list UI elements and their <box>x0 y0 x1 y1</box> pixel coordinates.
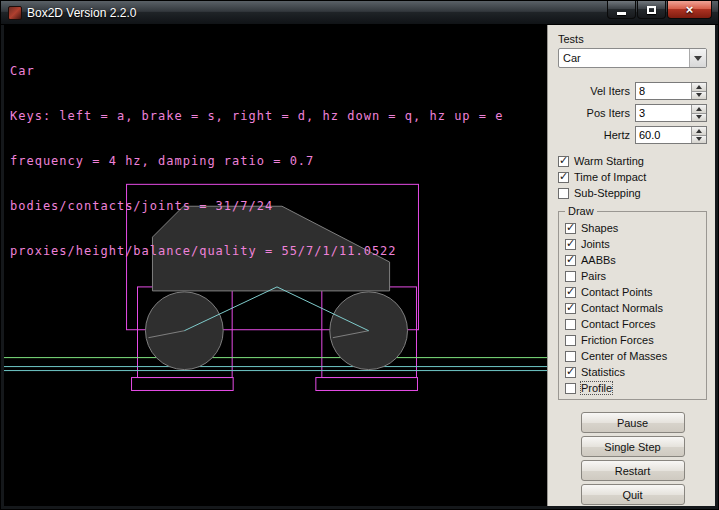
arrow-down-icon <box>696 137 702 141</box>
app-icon <box>8 6 22 20</box>
checkbox-box[interactable] <box>565 351 576 362</box>
checkbox-label: Pairs <box>581 270 606 282</box>
pause-button[interactable]: Pause <box>581 412 685 433</box>
checkbox-label: Center of Masses <box>581 350 667 362</box>
arrow-down-icon <box>696 93 702 97</box>
checkbox-statistics[interactable]: Statistics <box>565 364 702 380</box>
stats-line: Keys: left = a, brake = s, right = d, hz… <box>10 109 503 124</box>
debug-stats-text: Car Keys: left = a, brake = s, right = d… <box>10 34 503 289</box>
checkbox-box[interactable] <box>565 271 576 282</box>
title-bar[interactable]: Box2D Version 2.2.0 × <box>1 1 718 25</box>
checkbox-aabbs[interactable]: AABBs <box>565 252 702 268</box>
checkbox-contact-normals[interactable]: Contact Normals <box>565 300 702 316</box>
single-step-button[interactable]: Single Step <box>581 436 685 457</box>
pos-iters-up-button[interactable] <box>692 105 706 114</box>
pos-iters-input[interactable] <box>636 105 691 121</box>
checkbox-box[interactable] <box>558 172 569 183</box>
checkbox-box[interactable] <box>565 223 576 234</box>
checkbox-label: Profile <box>581 382 612 394</box>
vel-iters-row: Vel Iters <box>558 82 707 100</box>
checkbox-warm-starting[interactable]: Warm Starting <box>558 153 707 169</box>
checkbox-profile[interactable]: Profile <box>565 380 702 396</box>
vel-iters-down-button[interactable] <box>692 92 706 100</box>
hertz-down-button[interactable] <box>692 136 706 144</box>
draw-group-title: Draw <box>565 205 597 217</box>
checkbox-sub-stepping[interactable]: Sub-Stepping <box>558 185 707 201</box>
pos-iters-row: Pos Iters <box>558 104 707 122</box>
vel-iters-up-button[interactable] <box>692 83 706 92</box>
restart-button[interactable]: Restart <box>581 460 685 481</box>
arrow-up-icon <box>696 107 702 111</box>
checkbox-label: AABBs <box>581 254 616 266</box>
pos-iters-label: Pos Iters <box>587 107 630 119</box>
hertz-input[interactable] <box>636 127 691 143</box>
vel-iters-label: Vel Iters <box>590 85 630 97</box>
arrow-up-icon <box>696 129 702 133</box>
checkbox-box[interactable] <box>558 156 569 167</box>
stats-line: proxies/height/balance/quality = 55/7/1/… <box>10 244 503 259</box>
stats-line: Car <box>10 64 503 79</box>
checkbox-label: Warm Starting <box>574 155 644 167</box>
aabb-right-wheel-ext <box>316 378 418 391</box>
hertz-label: Hertz <box>604 129 630 141</box>
checkbox-box[interactable] <box>565 255 576 266</box>
checkbox-box[interactable] <box>565 303 576 314</box>
tests-label: Tests <box>558 33 707 45</box>
minimize-button[interactable] <box>607 1 636 19</box>
control-sidebar: Tests Car Vel Iters Pos Iters <box>547 25 715 506</box>
window-title: Box2D Version 2.2.0 <box>27 6 136 20</box>
arrow-up-icon <box>696 85 702 89</box>
physics-canvas[interactable]: Car Keys: left = a, brake = s, right = d… <box>4 25 547 506</box>
chevron-down-icon <box>694 56 702 61</box>
checkbox-pairs[interactable]: Pairs <box>565 268 702 284</box>
checkbox-joints[interactable]: Joints <box>565 236 702 252</box>
stats-line: frequency = 4 hz, damping ratio = 0.7 <box>10 154 503 169</box>
stats-line: bodies/contacts/joints = 31/7/24 <box>10 199 503 214</box>
aabb-left-wheel-ext <box>132 378 234 391</box>
checkbox-contact-forces[interactable]: Contact Forces <box>565 316 702 332</box>
checkbox-label: Contact Forces <box>581 318 656 330</box>
checkbox-box[interactable] <box>565 239 576 250</box>
test-select-value: Car <box>559 49 689 67</box>
dropdown-button[interactable] <box>689 49 706 67</box>
checkbox-label: Statistics <box>581 366 625 378</box>
checkbox-label: Sub-Stepping <box>574 187 641 199</box>
pos-iters-down-button[interactable] <box>692 114 706 122</box>
checkbox-box[interactable] <box>558 188 569 199</box>
checkbox-shapes[interactable]: Shapes <box>565 220 702 236</box>
checkbox-label: Contact Normals <box>581 302 663 314</box>
checkbox-center-of-masses[interactable]: Center of Masses <box>565 348 702 364</box>
checkbox-time-of-impact[interactable]: Time of Impact <box>558 169 707 185</box>
checkbox-label: Time of Impact <box>574 171 646 183</box>
maximize-icon <box>647 6 656 14</box>
checkbox-friction-forces[interactable]: Friction Forces <box>565 332 702 348</box>
quit-button[interactable]: Quit <box>581 484 685 505</box>
maximize-button[interactable] <box>637 1 666 19</box>
checkbox-box[interactable] <box>565 367 576 378</box>
hertz-up-button[interactable] <box>692 127 706 136</box>
checkbox-box[interactable] <box>565 335 576 346</box>
draw-groupbox: Draw Shapes Joints AABBs Pairs <box>558 211 707 400</box>
checkbox-label: Contact Points <box>581 286 653 298</box>
checkbox-contact-points[interactable]: Contact Points <box>565 284 702 300</box>
close-icon: × <box>686 3 694 16</box>
hertz-row: Hertz <box>558 126 707 144</box>
test-select-dropdown[interactable]: Car <box>558 48 707 68</box>
arrow-down-icon <box>696 115 702 119</box>
checkbox-box[interactable] <box>565 319 576 330</box>
checkbox-label: Joints <box>581 238 610 250</box>
checkbox-box[interactable] <box>565 383 576 394</box>
vel-iters-input[interactable] <box>636 83 691 99</box>
close-button[interactable]: × <box>667 1 712 19</box>
checkbox-label: Friction Forces <box>581 334 654 346</box>
checkbox-label: Shapes <box>581 222 618 234</box>
app-window: Box2D Version 2.2.0 × <box>0 0 719 510</box>
minimize-icon <box>617 12 626 15</box>
checkbox-box[interactable] <box>565 287 576 298</box>
